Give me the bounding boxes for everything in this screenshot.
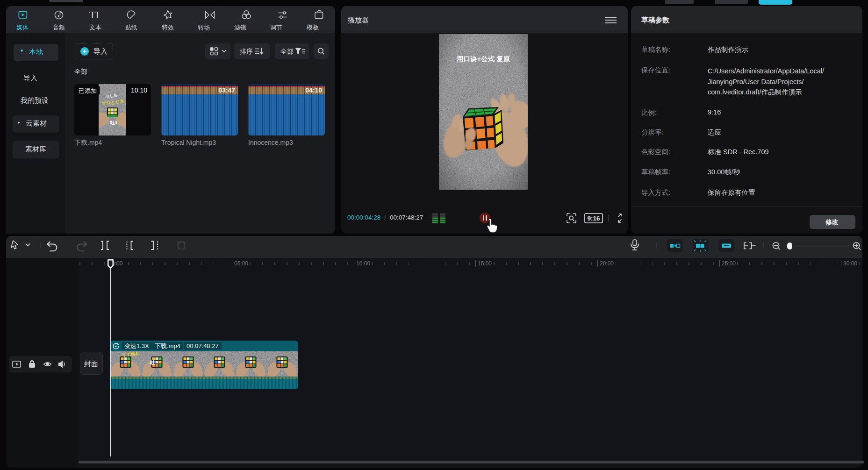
svg-text:吐3: 吐3 (110, 120, 117, 125)
svg-text:吐: 吐 (150, 360, 155, 365)
svg-text:用口诀+公式 复原: 用口诀+公式 复原 (456, 55, 510, 63)
svg-text:9:16: 9:16 (587, 215, 600, 222)
svg-text:TI: TI (89, 9, 99, 21)
